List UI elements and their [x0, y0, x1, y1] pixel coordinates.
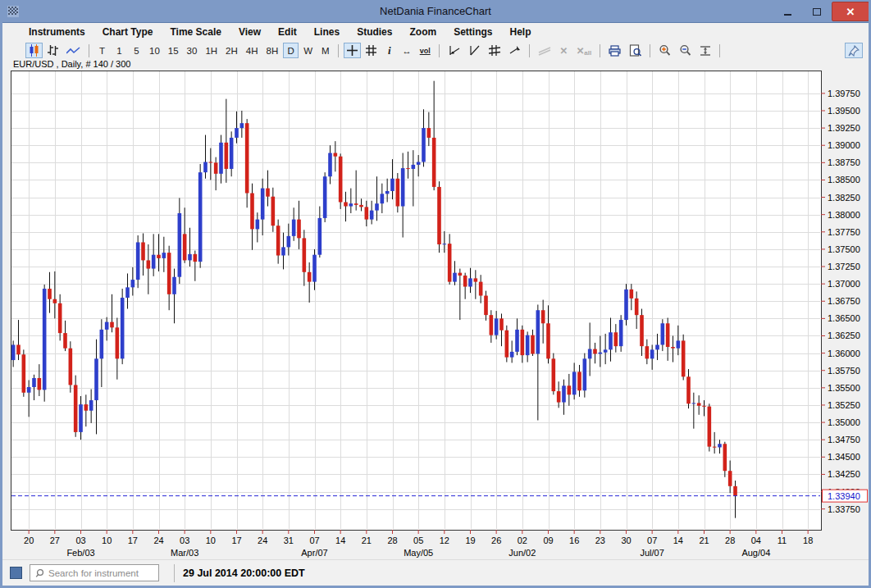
candlestick-chart[interactable]: 1.397501.395001.392501.390001.387501.385… — [11, 71, 869, 564]
chart-area[interactable]: 1.397501.395001.392501.390001.387501.385… — [11, 71, 869, 564]
menu-studies[interactable]: Studies — [357, 26, 392, 38]
chart-instrument-label: EUR/USD , Daily, # 140 / 300 — [13, 59, 130, 69]
fit-vertical-icon — [700, 45, 711, 57]
fit-vertical-button[interactable] — [696, 43, 714, 58]
grid-button[interactable] — [363, 43, 380, 58]
crosshair-icon — [347, 45, 358, 56]
menu-view[interactable]: View — [239, 26, 261, 38]
svg-text:14: 14 — [335, 536, 345, 545]
pin-icon — [848, 45, 860, 57]
status-bar: 29 Jul 2014 20:00:00 EDT — [2, 559, 869, 586]
menu-settings[interactable]: Settings — [454, 26, 492, 38]
maximize-button[interactable] — [802, 2, 832, 21]
timescale-1-button[interactable]: 1 — [112, 43, 127, 58]
menu-bar: Instruments Chart Type Time Scale View E… — [2, 23, 869, 41]
svg-text:1.38250: 1.38250 — [828, 193, 860, 203]
svg-text:1.35500: 1.35500 — [828, 383, 860, 393]
line-chart-button[interactable] — [63, 43, 84, 58]
timescale-15-button[interactable]: 15 — [165, 43, 182, 58]
title-bar[interactable]: NetDania FinanceChart ✕ — [0, 0, 871, 23]
minimize-button[interactable] — [773, 2, 802, 21]
tool-bar: T 1 5 10 15 30 1H 2H 4H 8H D W M i — [2, 41, 869, 60]
svg-text:09: 09 — [543, 536, 553, 545]
statusbar-separator — [174, 564, 175, 582]
timescale-8h-button[interactable]: 8H — [263, 43, 282, 58]
search-input[interactable] — [48, 568, 147, 578]
expand-button[interactable]: ↔ — [399, 43, 415, 58]
svg-text:20: 20 — [24, 536, 34, 545]
copy-line-button — [535, 43, 554, 58]
last-price-marker: 1.33940 — [823, 490, 868, 502]
parallel-lines-button[interactable] — [486, 43, 504, 58]
svg-text:Apr/07: Apr/07 — [301, 548, 327, 558]
menu-lines[interactable]: Lines — [314, 26, 340, 38]
svg-text:26: 26 — [491, 536, 501, 545]
svg-text:14: 14 — [673, 536, 683, 545]
svg-text:27: 27 — [50, 536, 60, 545]
svg-text:1.36500: 1.36500 — [828, 313, 860, 323]
timescale-2h-button[interactable]: 2H — [222, 43, 241, 58]
menu-edit[interactable]: Edit — [278, 26, 297, 38]
grid-icon — [366, 45, 376, 56]
svg-text:1.38750: 1.38750 — [828, 157, 860, 167]
svg-text:1.33750: 1.33750 — [828, 504, 860, 514]
svg-text:Aug/04: Aug/04 — [741, 548, 770, 558]
zoom-in-icon — [659, 44, 671, 57]
info-icon: i — [388, 44, 391, 57]
zoom-out-button[interactable] — [676, 43, 695, 58]
svg-text:30: 30 — [621, 536, 631, 545]
pointer-icon — [509, 45, 521, 56]
toolbar-separator — [89, 44, 89, 57]
print-preview-button[interactable] — [626, 43, 645, 58]
timescale-5-button[interactable]: 5 — [129, 43, 144, 58]
menu-help[interactable]: Help — [509, 26, 531, 38]
svg-text:1.34750: 1.34750 — [828, 435, 860, 444]
svg-text:1.39750: 1.39750 — [828, 89, 860, 98]
info-button[interactable]: i — [381, 43, 397, 58]
svg-text:1.36000: 1.36000 — [828, 349, 860, 358]
search-box[interactable] — [30, 564, 159, 581]
delete-icon: ✕ — [559, 45, 568, 57]
timescale-daily-button[interactable]: D — [283, 43, 299, 58]
svg-text:04: 04 — [751, 536, 761, 545]
ohlc-chart-button[interactable] — [44, 43, 62, 58]
candlestick-chart-button[interactable] — [25, 43, 43, 58]
menu-instruments[interactable]: Instruments — [29, 26, 85, 38]
pin-button[interactable] — [845, 43, 863, 58]
timescale-30-button[interactable]: 30 — [184, 43, 201, 58]
svg-text:11: 11 — [778, 536, 787, 545]
timescale-tick-button[interactable]: T — [94, 43, 110, 58]
instrument-list-icon[interactable] — [10, 567, 22, 579]
crosshair-button[interactable] — [344, 43, 361, 58]
toolbar-separator — [719, 44, 720, 57]
volume-button[interactable]: vol — [417, 43, 434, 58]
svg-text:1.39000: 1.39000 — [828, 140, 860, 150]
menu-chart-type[interactable]: Chart Type — [103, 26, 153, 38]
svg-text:31: 31 — [284, 536, 294, 545]
svg-text:10: 10 — [102, 536, 112, 545]
timescale-4h-button[interactable]: 4H — [243, 43, 262, 58]
timescale-1h-button[interactable]: 1H — [202, 43, 221, 58]
delete-line-button: ✕ — [556, 43, 572, 58]
svg-text:1.38000: 1.38000 — [828, 210, 860, 220]
timescale-monthly-button[interactable]: M — [317, 43, 333, 58]
trend-line-button[interactable] — [445, 43, 463, 58]
timescale-10-button[interactable]: 10 — [146, 43, 163, 58]
svg-text:19: 19 — [465, 536, 475, 545]
close-button[interactable]: ✕ — [832, 2, 869, 21]
svg-text:1.39250: 1.39250 — [828, 123, 860, 133]
svg-text:21: 21 — [699, 536, 709, 545]
toolbar-separator — [439, 44, 440, 57]
trend-ray-button[interactable] — [465, 43, 484, 58]
zoom-in-button[interactable] — [655, 43, 674, 58]
svg-text:1.34500: 1.34500 — [828, 452, 860, 462]
parallel-copy-icon — [538, 46, 551, 56]
svg-text:24: 24 — [153, 536, 163, 545]
svg-text:1.36250: 1.36250 — [828, 330, 860, 340]
svg-text:1.37000: 1.37000 — [828, 279, 860, 289]
pointer-button[interactable] — [506, 43, 524, 58]
timescale-weekly-button[interactable]: W — [300, 43, 316, 58]
print-button[interactable] — [605, 43, 624, 58]
menu-time-scale[interactable]: Time Scale — [170, 26, 221, 38]
menu-zoom[interactable]: Zoom — [409, 26, 436, 38]
